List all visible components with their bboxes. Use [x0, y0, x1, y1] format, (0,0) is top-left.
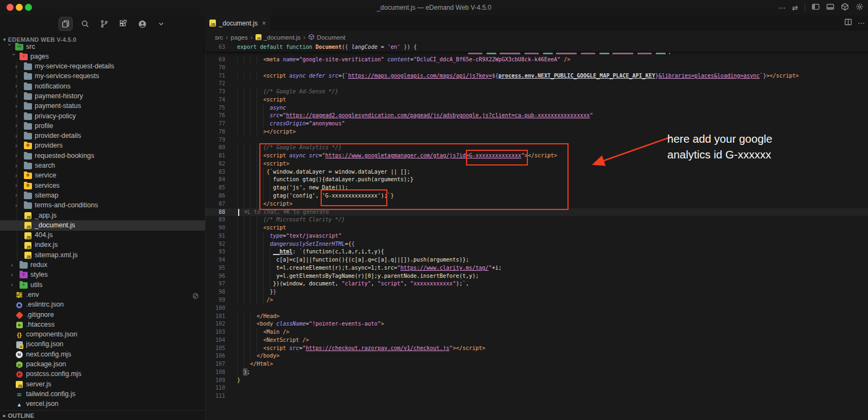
code-line-85[interactable]: 85gtag('js', new Date()); [205, 184, 868, 192]
more-icon[interactable]: ⋯ [858, 19, 865, 27]
code-line-69[interactable]: 69<meta name="google-site-verification" … [205, 56, 868, 64]
tree-item-server.js[interactable]: JSserver.js [0, 379, 205, 389]
code-line-103[interactable]: 103<Main /> [205, 328, 868, 336]
code-line-92[interactable]: 92dangerouslySetInnerHTML={{ [205, 240, 868, 249]
tree-item-next.config.mjs[interactable]: Nnext.config.mjs [0, 349, 205, 359]
tree-item-payment-status[interactable]: ›payment-status [0, 101, 205, 111]
tree-item-.eslintrc.json[interactable]: .eslintrc.json [0, 300, 205, 310]
tree-item-sitemap[interactable]: ›sitemap [0, 190, 205, 200]
tree-item-vercel.json[interactable]: ▲vercel.json [0, 399, 205, 409]
layout-panel-icon[interactable] [826, 3, 834, 13]
tree-item-_app.js[interactable]: JS_app.js [0, 211, 205, 220]
code-line-108[interactable]: 108); [205, 368, 868, 377]
code-line-102[interactable]: 102<body className="!pointer-events-auto… [205, 320, 868, 328]
sync-arrows-icon[interactable]: ⇄ [792, 4, 798, 11]
code-line-90[interactable]: 90<script [205, 224, 868, 232]
code-line-98[interactable]: 98}} [205, 288, 868, 296]
code-line-74[interactable]: 74<script [205, 96, 868, 104]
gear-icon[interactable] [856, 3, 864, 13]
tree-item-requested-bookings[interactable]: ›requested-bookings [0, 151, 205, 161]
tree-item-providers[interactable]: ›⚙providers [0, 141, 205, 151]
code-line-84[interactable]: 84function gtag(){dataLayer.push(argumen… [205, 176, 868, 184]
tree-item-pages[interactable]: ›≡pages [0, 52, 205, 61]
code-line-95[interactable]: 95t=l.createElement(r);t.async=1;t.src="… [205, 264, 868, 272]
tree-item-profile[interactable]: ›profile [0, 121, 205, 131]
tree-item-_document.js[interactable]: JS_document.js [0, 220, 205, 230]
source-control-icon[interactable] [98, 17, 111, 30]
tree-item-sitemap.xml.js[interactable]: JSsitemap.xml.js [0, 250, 205, 260]
files-icon[interactable] [59, 17, 73, 31]
more-icon[interactable]: ⋯ [778, 4, 786, 11]
code-line-105[interactable]: 105<script src="https://checkout.razorpa… [205, 345, 868, 353]
code-line-89[interactable]: 89{/* Microsoft Clarity */} [205, 216, 868, 224]
close-icon[interactable]: × [262, 20, 266, 27]
tree-item-postcss.config.mjs[interactable]: Ppostcss.config.mjs [0, 370, 205, 379]
tree-item-src[interactable]: ›<>src [0, 42, 205, 52]
tree-item-.gitignore[interactable]: .gitignore [0, 310, 205, 320]
layout-sidebar-icon[interactable] [812, 3, 820, 13]
chevron-down-icon[interactable] [155, 17, 168, 30]
code-line-101[interactable]: 101</Head> [205, 313, 868, 321]
code-line-99[interactable]: 99/> [205, 296, 868, 304]
code-line-73[interactable]: 73{/* Google Ad-Sense */} [205, 88, 868, 96]
tree-item-my-services-requests[interactable]: ›my-services-requests [0, 72, 205, 81]
tree-item-jsconfig.json[interactable]: JSjsconfig.json [0, 340, 205, 349]
code-line-91[interactable]: 91type="text/javascript" [205, 232, 868, 240]
breadcrumb-item-src[interactable]: src [215, 34, 223, 41]
tree-item-terms-and-conditions[interactable]: ›terms-and-conditions [0, 201, 205, 211]
breadcrumb-item-pages[interactable]: pages [231, 34, 247, 41]
code-line-111[interactable]: 111 [205, 392, 868, 400]
breadcrumb-item-Document[interactable]: Document [308, 34, 345, 41]
code-line-94[interactable]: 94c[a]=c[a]||function(){(c[a].q=c[a].q||… [205, 256, 868, 264]
outline-section-header[interactable]: ▸ OUTLINE [0, 410, 205, 420]
code-line-96[interactable]: 96y=l.getElementsByTagName(r)[0];y.paren… [205, 272, 868, 281]
tree-item-payment-history[interactable]: ›payment-history [0, 91, 205, 101]
tree-item-package.json[interactable]: jspackage.json [0, 360, 205, 370]
code-line-107[interactable]: 107</Html> [205, 360, 868, 368]
code-line-71[interactable]: 71<script async defer src={`https://maps… [205, 72, 868, 80]
sticky-scroll-line[interactable]: 63export default function Document({ lan… [205, 43, 868, 52]
cube-icon[interactable] [841, 3, 849, 13]
tree-item-my-service-request-details[interactable]: ›my-service-request-details [0, 62, 205, 72]
code-line-93[interactable]: 93__html: `(function(c,l,a,r,i,t,y){ [205, 248, 868, 256]
tree-item-index.js[interactable]: JSindex.js [0, 240, 205, 250]
code-line-63[interactable]: 63export default function Document({ lan… [205, 43, 868, 52]
code-line-97[interactable]: 97})(window, document, "clarity", "scrip… [205, 280, 868, 288]
code-line-88[interactable]: 88⌘L to chat, ⌘K to generate [205, 208, 868, 217]
code-line-83[interactable]: 83{`window.dataLayer = window.dataLayer … [205, 168, 868, 176]
tree-item-styles[interactable]: ›#styles [0, 270, 205, 280]
code-line-109[interactable]: 109} [205, 377, 868, 385]
tree-item-utils[interactable]: ›+utils [0, 280, 205, 290]
tree-item-search[interactable]: ›search [0, 161, 205, 171]
tree-item-404.js[interactable]: JS404.js [0, 231, 205, 240]
chevron-right-icon: ▸ [3, 413, 6, 418]
tree-item-service[interactable]: ›⚙service [0, 171, 205, 181]
tree-item-components.json[interactable]: {}components.json [0, 330, 205, 340]
tree-item-notifications[interactable]: ›notifications [0, 81, 205, 91]
code-line-100[interactable]: 100 [205, 304, 868, 313]
code-line-72[interactable]: 72 [205, 80, 868, 88]
tree-item-privacy-policy[interactable]: ›privacy-policy [0, 111, 205, 121]
tree-item-provider-details[interactable]: ›provider-details [0, 131, 205, 141]
code-line-104[interactable]: 104<NextScript /> [205, 336, 868, 345]
extensions-icon[interactable] [117, 17, 130, 30]
search-icon[interactable] [79, 17, 92, 30]
tree-item-.htaccess[interactable]: a.htaccess [0, 320, 205, 329]
tree-item-redux[interactable]: ›redux [0, 260, 205, 270]
code-line-70[interactable]: 70 [205, 64, 868, 72]
code-line-110[interactable]: 110 [205, 384, 868, 392]
code-line-87[interactable]: 87</script> [205, 200, 868, 208]
tree-item-services[interactable]: ›⚙services [0, 181, 205, 190]
code-editor[interactable]: 69<meta name="google-site-verification" … [205, 56, 868, 420]
breadcrumb-item-_document.js[interactable]: JS_document.js [256, 34, 301, 41]
tree-item-tailwind.config.js[interactable]: ≈tailwind.config.js [0, 389, 205, 399]
code-line-106[interactable]: 106</body> [205, 352, 868, 360]
code-line-76[interactable]: 76src="https://pagead2.googlesyndication… [205, 112, 868, 120]
tab-document-js[interactable]: JS _document.js × [205, 15, 270, 31]
account-icon[interactable] [136, 17, 149, 30]
split-editor-icon[interactable] [844, 18, 852, 28]
tree-item-.env[interactable]: .env [0, 290, 205, 300]
code-line-86[interactable]: 86gtag('config', 'G-xxxxxxxxxxxxxx');`} [205, 192, 868, 200]
code-line-75[interactable]: 75async [205, 104, 868, 112]
code-line-77[interactable]: 77crossOrigin="anonymous" [205, 120, 868, 128]
